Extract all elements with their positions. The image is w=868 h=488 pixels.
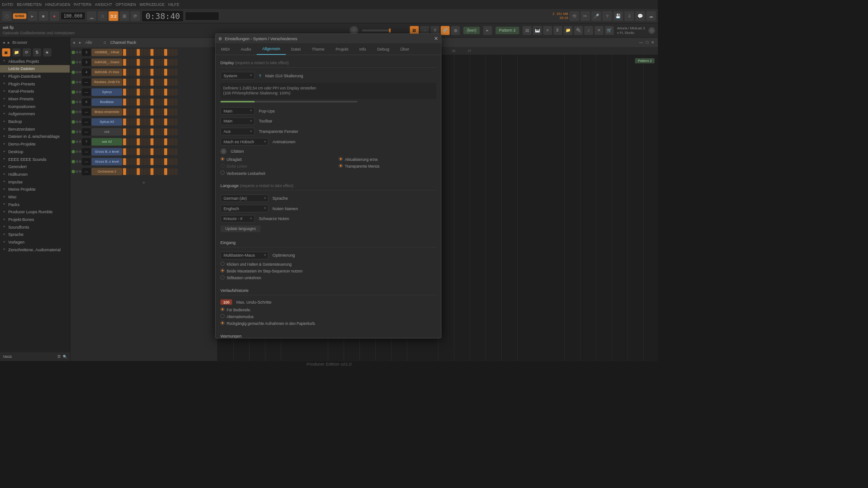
step-cell[interactable] <box>151 108 154 115</box>
browser-item[interactable]: Hüllkurven <box>0 170 70 178</box>
settings-tab[interactable]: Projekt <box>330 43 354 55</box>
step-sequence[interactable] <box>123 128 178 135</box>
settings-tab[interactable]: Allgemein <box>257 43 286 55</box>
step-cell[interactable] <box>157 168 160 175</box>
optimization-dropdown[interactable]: Multitasten-Maus <box>220 252 268 259</box>
channel-name-button[interactable]: Brass ensemble <box>91 108 122 116</box>
step-cell[interactable] <box>171 108 174 115</box>
step-cell[interactable] <box>133 69 137 75</box>
step-cell[interactable] <box>147 49 150 56</box>
step-cell[interactable] <box>133 138 137 145</box>
browser-sort-icon[interactable]: ⇅ <box>33 48 41 56</box>
channel-mixer-track[interactable]: — <box>82 88 91 96</box>
step-cell[interactable] <box>123 118 126 125</box>
channel-led[interactable] <box>71 110 75 114</box>
step-cell[interactable] <box>175 79 178 85</box>
toolbar-dropdown[interactable]: Main <box>220 117 255 125</box>
channel-mixer-track[interactable]: — <box>82 168 91 175</box>
step-cell[interactable] <box>171 148 174 155</box>
menu-hinzufugen[interactable]: HINZUFüGEN <box>45 2 71 6</box>
step-cell[interactable] <box>123 108 126 115</box>
step-cell[interactable] <box>123 79 126 85</box>
step-cell[interactable] <box>168 168 171 175</box>
step-cell[interactable] <box>130 69 133 75</box>
step-cell[interactable] <box>133 79 137 85</box>
step-cell[interactable] <box>144 118 147 125</box>
step-cell[interactable] <box>171 118 174 125</box>
browser-item[interactable]: Aktuelles Projekt <box>0 57 70 65</box>
step-cell[interactable] <box>161 108 164 115</box>
step-sequence[interactable] <box>123 118 178 125</box>
step-cell[interactable] <box>164 89 167 95</box>
step-cell[interactable] <box>137 148 140 155</box>
step-cell[interactable] <box>151 168 154 175</box>
step-cell[interactable] <box>157 89 160 95</box>
trash-radio[interactable]: Rückgängig gemachte Aufnahmen in den Pap… <box>220 320 436 327</box>
step-cell[interactable] <box>144 108 147 115</box>
step-cell[interactable] <box>175 138 178 145</box>
step-cell[interactable] <box>164 69 167 75</box>
browser-item[interactable]: EEEE EEEE Sounds <box>0 155 70 163</box>
step-cell[interactable] <box>137 168 140 175</box>
channel-mute[interactable] <box>76 111 78 113</box>
channel-mixer-track[interactable]: — <box>82 128 91 136</box>
step-cell[interactable] <box>133 118 137 125</box>
step-cell[interactable] <box>175 99 178 105</box>
step-cell[interactable] <box>154 148 157 155</box>
channel-solo[interactable] <box>79 51 81 53</box>
channel-led[interactable] <box>71 61 75 64</box>
playlist-max-icon[interactable]: □ <box>646 40 648 45</box>
slot-next-button[interactable]: ▸ <box>483 26 492 35</box>
channel-name-button[interactable]: Sd041B_..Snare <box>91 58 122 66</box>
step-cell[interactable] <box>140 59 143 66</box>
step-cell[interactable] <box>140 138 143 145</box>
browser-item[interactable]: Benutzerdaten <box>0 125 70 133</box>
step-cell[interactable] <box>140 128 143 135</box>
channel-name-button[interactable]: Bd016B..Fi Kick <box>91 68 122 76</box>
channel-mixer-track[interactable]: 3 <box>82 58 91 66</box>
step-cell[interactable] <box>140 148 143 155</box>
step-cell[interactable] <box>154 59 157 66</box>
step-cell[interactable] <box>175 148 178 155</box>
step-cell[interactable] <box>151 118 154 125</box>
step-cell[interactable] <box>171 168 174 175</box>
metronome-button[interactable]: ▁ <box>87 11 96 21</box>
step-cell[interactable] <box>144 79 147 85</box>
channel-mixer-track[interactable]: — <box>82 108 91 116</box>
channel-name-button[interactable]: Gross B..x level <box>91 158 122 165</box>
step-cell[interactable] <box>168 59 171 66</box>
browser-item[interactable]: Mixer-Presets <box>0 95 70 103</box>
settings-tab[interactable]: MIDI <box>216 43 235 55</box>
channel-mute[interactable] <box>76 131 78 133</box>
step-cell[interactable] <box>168 128 171 135</box>
step-cell[interactable] <box>130 49 133 56</box>
step-cell[interactable] <box>123 148 126 155</box>
channel-led[interactable] <box>71 140 75 144</box>
browser-item[interactable]: Zerschnittene..Audiomaterial <box>0 246 70 253</box>
wait-button[interactable]: ⎍ <box>98 11 107 21</box>
step-cell[interactable] <box>168 99 171 105</box>
step-cell[interactable] <box>157 99 160 105</box>
step-cell[interactable] <box>147 148 150 155</box>
step-cell[interactable] <box>130 108 133 115</box>
step-cell[interactable] <box>168 148 171 155</box>
step-cell[interactable] <box>175 89 178 95</box>
channel-led[interactable] <box>71 130 75 134</box>
step-cell[interactable] <box>140 118 143 125</box>
channel-mixer-track[interactable]: 3 <box>82 48 91 56</box>
browser-collapse-icon[interactable]: ▣ <box>2 48 10 56</box>
step-cell[interactable] <box>137 69 140 75</box>
step-sequence[interactable] <box>123 108 178 115</box>
add-channel-button[interactable]: + <box>70 176 217 188</box>
song-mode-button[interactable]: SONG <box>13 13 26 19</box>
cloud-icon[interactable]: ☁ <box>646 11 656 21</box>
step-cell[interactable] <box>164 128 167 135</box>
step-cell[interactable] <box>140 158 143 165</box>
channel-led[interactable] <box>71 150 75 154</box>
step-cell[interactable] <box>154 128 157 135</box>
plugin-icon[interactable]: 🔌 <box>574 26 583 35</box>
close-subwindows-icon[interactable]: ✕ <box>594 26 604 35</box>
step-cell[interactable] <box>133 128 137 135</box>
step-cell[interactable] <box>151 49 154 56</box>
browser-item[interactable]: Letzte Dateien <box>0 65 70 73</box>
